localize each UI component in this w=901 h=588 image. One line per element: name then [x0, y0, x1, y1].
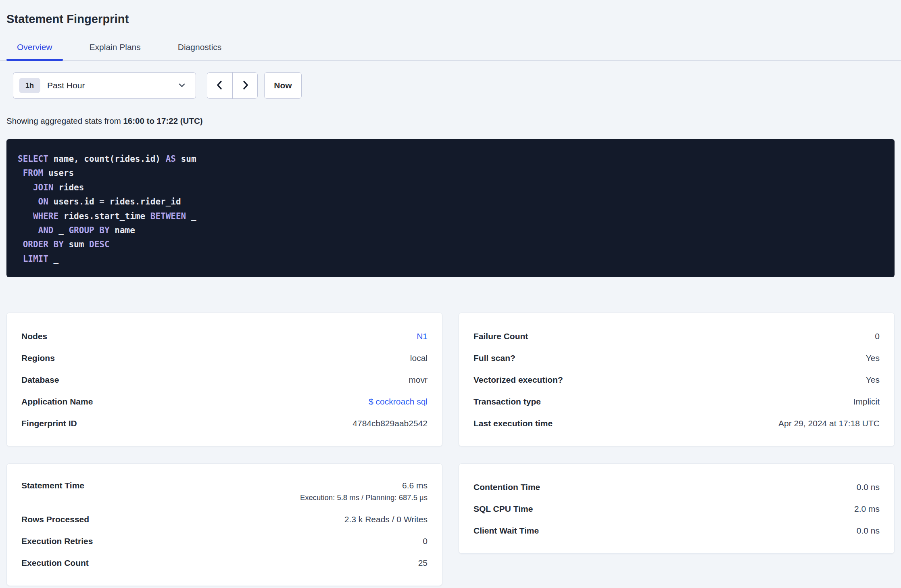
sql-text: sum — [176, 154, 196, 164]
sql-text: users.id = rides.rider_id — [48, 197, 181, 206]
time-step-buttons — [207, 72, 258, 99]
sql-keyword: LIMIT — [23, 254, 48, 264]
row-value: Apr 29, 2024 at 17:18 UTC — [778, 419, 880, 428]
row-label: Client Wait Time — [473, 524, 539, 537]
page-title: Statement Fingerprint — [6, 12, 895, 26]
timing-cards-row: Statement Time6.6 msExecution: 5.8 ms / … — [6, 463, 895, 586]
tab-overview[interactable]: Overview — [6, 42, 63, 60]
sql-keyword: JOIN — [33, 183, 54, 192]
row-value: 2.0 ms — [854, 504, 880, 513]
tab-diagnostics[interactable]: Diagnostics — [167, 42, 232, 60]
row-value: 2.3 k Reads / 0 Writes — [344, 515, 428, 524]
row-value-wrap: 6.6 msExecution: 5.8 ms / Planning: 687.… — [300, 479, 428, 503]
sql-text: name — [110, 225, 135, 235]
time-range-dropdown[interactable]: 1h Past Hour — [13, 72, 196, 99]
sql-text: sum — [64, 240, 89, 249]
sql-line: ORDER BY sum DESC — [18, 238, 883, 252]
row-value: Implicit — [853, 397, 880, 406]
row-statement-time: Statement Time6.6 msExecution: 5.8 ms / … — [21, 476, 428, 508]
row-label: SQL CPU Time — [473, 502, 533, 515]
row-value-wrap: Yes — [866, 373, 880, 386]
sql-keyword: BETWEEN — [150, 211, 186, 221]
row-label: Contention Time — [473, 480, 540, 494]
row-label: Last execution time — [473, 417, 553, 430]
sql-keyword: AS — [166, 154, 176, 164]
sql-text: _ — [186, 211, 196, 221]
row-value-wrap: 0.0 ns — [857, 524, 880, 537]
chevron-right-icon — [240, 79, 251, 92]
sql-text: _ — [54, 225, 69, 235]
stats-card: Contention Time0.0 nsSQL CPU Time2.0 msC… — [459, 463, 895, 554]
row-value-wrap: 0 — [423, 534, 428, 548]
nodes-link[interactable]: N1 — [417, 332, 428, 341]
row-value: 0 — [423, 536, 428, 546]
row-label: Vectorized execution? — [473, 373, 563, 386]
sql-line: SELECT name, count(rides.id) AS sum — [18, 152, 883, 166]
sql-statement-text: SELECT name, count(rides.id) AS sum FROM… — [18, 152, 883, 266]
previous-time-button[interactable] — [207, 73, 232, 98]
sql-keyword: GROUP BY — [69, 225, 109, 235]
row-subvalue: Execution: 5.8 ms / Planning: 687.5 µs — [300, 492, 428, 503]
sql-line: JOIN rides — [18, 181, 883, 195]
row-value: Yes — [866, 353, 880, 363]
application-name-link[interactable]: $ cockroach sql — [369, 397, 428, 406]
row-failure-count: Failure Count0 — [473, 325, 880, 347]
sql-keyword: ORDER BY — [23, 240, 64, 249]
row-label: Full scan? — [473, 351, 515, 365]
row-vectorized-execution: Vectorized execution?Yes — [473, 369, 880, 390]
row-execution-retries: Execution Retries0 — [21, 530, 428, 552]
row-value: Yes — [866, 375, 880, 384]
row-value-wrap: 0.0 ns — [857, 480, 880, 494]
row-transaction-type: Transaction typeImplicit — [473, 390, 880, 412]
row-value: 25 — [418, 558, 428, 567]
next-time-button[interactable] — [232, 73, 257, 98]
row-value-wrap: 2.0 ms — [854, 502, 880, 515]
sql-line: FROM users — [18, 166, 883, 180]
row-label: Execution Retries — [21, 534, 93, 548]
row-label: Rows Processed — [21, 513, 89, 526]
time-range-label: Past Hour — [47, 81, 177, 90]
sql-keyword: AND — [38, 225, 54, 235]
row-value: 0.0 ns — [857, 482, 880, 492]
row-value-wrap: $ cockroach sql — [369, 395, 428, 408]
row-value-wrap: movr — [409, 373, 428, 386]
row-nodes: NodesN1 — [21, 325, 428, 347]
row-value: 0 — [875, 332, 880, 341]
sql-text: name, count(rides.id) — [48, 154, 166, 164]
details-cards-row: NodesN1RegionslocalDatabasemovrApplicati… — [6, 313, 895, 446]
sql-keyword: FROM — [23, 168, 44, 178]
statement-fingerprint-page: Statement Fingerprint OverviewExplain Pl… — [0, 12, 901, 586]
sql-text: rides.start_time — [58, 211, 150, 221]
sql-text: _ — [48, 254, 58, 264]
row-value-wrap: 25 — [418, 556, 428, 569]
row-rows-processed: Rows Processed2.3 k Reads / 0 Writes — [21, 508, 428, 530]
aggregated-stats-line: Showing aggregated stats from 16:00 to 1… — [6, 116, 895, 126]
row-value: movr — [409, 375, 428, 384]
sql-line: AND _ GROUP BY name — [18, 223, 883, 238]
row-label: Nodes — [21, 329, 47, 343]
tab-explain-plans[interactable]: Explain Plans — [79, 42, 151, 60]
row-label: Database — [21, 373, 59, 386]
sql-line: ON users.id = rides.rider_id — [18, 195, 883, 209]
tab-bar: OverviewExplain PlansDiagnostics — [0, 42, 901, 61]
row-label: Application Name — [21, 395, 93, 408]
stats-line-range: 16:00 to 17:22 (UTC) — [123, 116, 202, 125]
time-picker: 1h Past Hour — [6, 72, 895, 99]
sql-keyword: DESC — [89, 240, 110, 249]
sql-keyword: WHERE — [33, 211, 58, 221]
row-value-wrap: 4784cb829aab2542 — [352, 417, 428, 430]
sql-statement-box: SELECT name, count(rides.id) AS sum FROM… — [6, 139, 895, 277]
stats-card: Statement Time6.6 msExecution: 5.8 ms / … — [6, 463, 442, 586]
row-value: 0.0 ns — [857, 526, 880, 535]
stats-line-prefix: Showing aggregated stats from — [6, 116, 123, 125]
sql-text: users — [43, 168, 74, 178]
now-button[interactable]: Now — [264, 72, 302, 99]
row-regions: Regionslocal — [21, 347, 428, 369]
row-fingerprint-id: Fingerprint ID4784cb829aab2542 — [21, 412, 428, 434]
row-value-wrap: Implicit — [853, 395, 880, 408]
stats-card: Failure Count0Full scan?YesVectorized ex… — [459, 313, 895, 446]
row-label: Execution Count — [21, 556, 89, 569]
row-label: Statement Time — [21, 479, 84, 492]
row-client-wait-time: Client Wait Time0.0 ns — [473, 519, 880, 541]
sql-line: WHERE rides.start_time BETWEEN _ — [18, 209, 883, 223]
